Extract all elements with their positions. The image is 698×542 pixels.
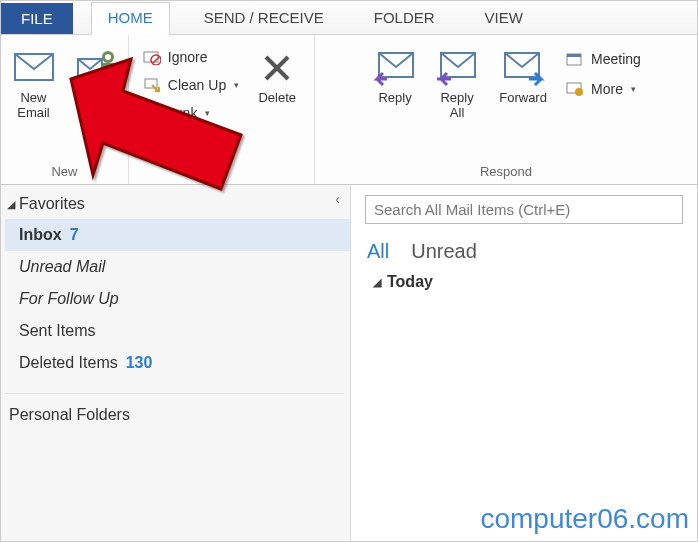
folder-unread-mail[interactable]: Unread Mail [5,251,350,283]
main-area: ‹ ◢ Favorites Inbox 7 Unread Mail For Fo… [1,185,697,542]
folder-inbox[interactable]: Inbox 7 [5,219,350,251]
personal-folders-header[interactable]: Personal Folders [5,400,350,430]
folder-pane: ‹ ◢ Favorites Inbox 7 Unread Mail For Fo… [1,185,351,542]
junk-button[interactable]: Junk ▾ [138,101,243,125]
more-icon [565,79,585,99]
more-label: More [591,81,623,97]
cleanup-icon [142,75,162,95]
group-label-delete [220,162,224,182]
chevron-down-icon: ▾ [234,80,239,90]
chevron-down-icon: ▾ [205,108,210,118]
reply-all-label: Reply All [440,91,473,123]
chevron-down-icon: ▾ [631,84,636,94]
forward-label: Forward [499,91,547,123]
new-email-icon [14,45,54,91]
folder-count: 7 [70,226,79,244]
collapse-pane-button[interactable]: ‹ [335,191,340,207]
favorites-label: Favorites [19,195,85,213]
filter-unread[interactable]: Unread [411,240,477,263]
meeting-label: Meeting [591,51,641,67]
folder-label: Unread Mail [19,258,105,276]
junk-label: Junk [168,105,198,121]
cleanup-label: Clean Up [168,77,226,93]
cleanup-button[interactable]: Clean Up ▾ [138,73,243,97]
reply-label: Reply [378,91,411,123]
ribbon-group-new: New Email New Items New [1,35,129,184]
junk-icon [142,103,162,123]
tab-view[interactable]: VIEW [469,3,539,34]
reply-button[interactable]: Reply [367,43,423,123]
new-items-label: New Items [80,91,112,123]
personal-folders-label: Personal Folders [9,406,130,424]
svg-point-19 [575,88,583,96]
group-label-respond: Respond [480,162,532,182]
svg-point-3 [105,54,111,60]
new-items-button[interactable]: New Items [68,43,124,123]
ignore-icon [142,47,162,67]
ribbon-group-respond: Reply Reply All Forward Meetin [315,35,697,184]
more-button[interactable]: More ▾ [561,77,645,101]
message-list-pane: Search All Mail Items (Ctrl+E) All Unrea… [351,185,697,542]
svg-rect-4 [102,63,114,77]
filter-all[interactable]: All [367,240,389,263]
delete-icon [260,45,294,91]
meeting-button[interactable]: Meeting [561,47,645,71]
new-items-icon [76,45,116,91]
expand-icon: ◢ [373,276,381,289]
folder-deleted-items[interactable]: Deleted Items 130 [5,347,350,379]
delete-button[interactable]: Delete [249,43,305,123]
ribbon-group-delete: Ignore Clean Up ▾ Junk ▾ [129,35,315,184]
favorites-header[interactable]: ◢ Favorites [5,189,350,219]
tab-send-receive[interactable]: SEND / RECEIVE [188,3,340,34]
folder-label: Sent Items [19,322,95,340]
forward-button[interactable]: Forward [491,43,555,123]
group-label-new: New [51,162,77,182]
folder-sent-items[interactable]: Sent Items [5,315,350,347]
ribbon-tabbar: FILE HOME SEND / RECEIVE FOLDER VIEW [1,1,697,35]
ignore-button[interactable]: Ignore [138,45,243,69]
tab-file[interactable]: FILE [1,3,73,34]
filter-bar: All Unread [367,240,683,263]
folder-label: For Follow Up [19,290,119,308]
reply-all-icon [435,45,479,91]
tab-folder[interactable]: FOLDER [358,3,451,34]
ribbon: New Email New Items New [1,35,697,185]
search-input[interactable]: Search All Mail Items (Ctrl+E) [365,195,683,224]
meeting-icon [565,49,585,69]
expand-icon: ◢ [7,198,15,211]
svg-rect-17 [567,54,581,57]
folder-for-follow-up[interactable]: For Follow Up [5,283,350,315]
ignore-label: Ignore [168,49,208,65]
folder-label: Deleted Items [19,354,118,372]
new-email-button[interactable]: New Email [6,43,62,123]
date-group-label: Today [387,273,433,291]
svg-rect-8 [145,79,157,88]
date-group-today[interactable]: ◢ Today [373,273,683,291]
new-email-label: New Email [17,91,50,123]
forward-icon [501,45,545,91]
svg-line-10 [147,109,155,117]
reply-all-button[interactable]: Reply All [429,43,485,123]
reply-icon [373,45,417,91]
folder-count: 130 [126,354,153,372]
tab-home[interactable]: HOME [91,2,170,35]
folder-label: Inbox [19,226,62,244]
delete-label: Delete [258,91,296,123]
